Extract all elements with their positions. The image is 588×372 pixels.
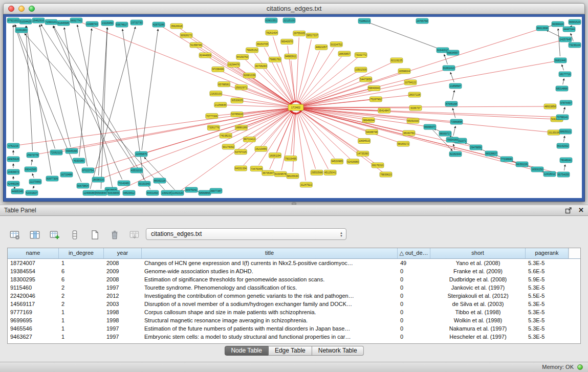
- table-cell[interactable]: 5.3E-5: [526, 316, 569, 324]
- graph-node[interactable]: 44621057: [315, 45, 328, 50]
- graph-node[interactable]: 81961413: [443, 65, 455, 71]
- table-cell[interactable]: Structural magnetic resonance image aver…: [142, 316, 398, 324]
- table-settings-icon[interactable]: [8, 228, 21, 242]
- graph-node[interactable]: 10694515: [358, 138, 371, 143]
- table-cell[interactable]: 1: [59, 316, 104, 324]
- table-cell[interactable]: 9699695: [8, 316, 59, 324]
- float-panel-icon[interactable]: [565, 207, 572, 214]
- graph-node[interactable]: 78048041: [560, 158, 572, 163]
- graph-node[interactable]: 42448296: [7, 181, 19, 186]
- table-cell[interactable]: 0: [398, 292, 430, 300]
- graph-node[interactable]: 73966898: [450, 119, 463, 124]
- graph-node[interactable]: 87921002: [7, 18, 19, 23]
- table-cell[interactable]: 0: [398, 300, 430, 308]
- graph-node[interactable]: 65091530: [407, 118, 419, 123]
- table-cell[interactable]: 6: [59, 267, 104, 275]
- graph-node[interactable]: 73476344: [250, 166, 263, 171]
- graph-node[interactable]: 45125041: [324, 170, 336, 175]
- table-row[interactable]: 911546021997Tourette syndrome. Phenomeno…: [8, 283, 580, 292]
- graph-node[interactable]: 86613696: [536, 26, 549, 31]
- table-cell[interactable]: 5.3E-5: [526, 324, 569, 333]
- table-cell[interactable]: 9777169: [8, 308, 59, 316]
- tab-node-table[interactable]: Node Table: [224, 346, 269, 356]
- graph-node[interactable]: 73236104: [569, 42, 581, 48]
- memory-status-indicator[interactable]: [577, 364, 583, 370]
- graph-node[interactable]: 64150763: [236, 54, 249, 59]
- graph-node[interactable]: 92681039: [243, 73, 255, 78]
- graph-node[interactable]: 40706293: [255, 63, 267, 69]
- graph-node[interactable]: 80142002: [557, 143, 569, 148]
- graph-node[interactable]: 73286213: [358, 18, 371, 24]
- graph-node[interactable]: 33391883: [15, 28, 28, 33]
- table-row[interactable]: 946554611997Estimation of the future num…: [8, 324, 580, 333]
- graph-node[interactable]: 96940970: [281, 39, 293, 44]
- graph-node[interactable]: 66528837: [485, 151, 497, 156]
- column-header-year[interactable]: year: [104, 248, 142, 258]
- hub-node[interactable]: 172402: [288, 104, 303, 111]
- graph-node[interactable]: 16081194: [269, 153, 281, 158]
- table-cell[interactable]: 19384554: [8, 267, 59, 275]
- graph-node[interactable]: 63901551: [265, 18, 277, 23]
- graph-node[interactable]: 82444669: [199, 53, 211, 58]
- graph-node[interactable]: 31247922: [300, 182, 312, 187]
- table-cell[interactable]: Stergiakouli et al. (2012): [430, 292, 526, 300]
- graph-node[interactable]: 18880289: [235, 125, 247, 130]
- graph-node[interactable]: 75287962: [369, 97, 382, 102]
- table-cell[interactable]: 5.9E-5: [526, 275, 569, 283]
- graph-node[interactable]: 44529412: [123, 190, 135, 195]
- table-cell[interactable]: 1998: [104, 308, 142, 316]
- graph-node[interactable]: 21858587: [449, 83, 462, 89]
- graph-node[interactable]: 52001827: [26, 190, 38, 195]
- close-window-button[interactable]: [8, 6, 14, 12]
- graph-node[interactable]: 86581524: [569, 19, 581, 25]
- graph-node[interactable]: 39150705: [256, 41, 269, 47]
- graph-node[interactable]: 94088748: [365, 129, 378, 135]
- table-cell[interactable]: 2009: [104, 267, 142, 275]
- graph-node[interactable]: 49945366: [66, 148, 78, 154]
- minimize-window-button[interactable]: [18, 6, 25, 12]
- table-cell[interactable]: Jankovic et al. (1997): [430, 283, 526, 292]
- graph-node[interactable]: 25002971: [235, 85, 247, 90]
- table-cell[interactable]: 22420046: [8, 292, 59, 300]
- graph-node[interactable]: 12418012: [543, 171, 556, 177]
- graph-node[interactable]: 90928172: [180, 33, 192, 38]
- graph-node[interactable]: 48933858: [544, 104, 556, 109]
- graph-node[interactable]: 98105630: [287, 173, 299, 179]
- column-header-title[interactable]: title: [142, 248, 398, 258]
- table-cell[interactable]: 2: [59, 292, 104, 300]
- graph-node[interactable]: 88382116: [154, 178, 166, 183]
- table-cell[interactable]: 0: [398, 275, 430, 283]
- graph-node[interactable]: 29478856: [470, 145, 482, 150]
- graph-node[interactable]: 70777306: [206, 114, 218, 119]
- table-cell[interactable]: Estimation of the future numbers of pati…: [142, 324, 398, 333]
- tab-network-table[interactable]: Network Table: [312, 346, 364, 356]
- table-cell[interactable]: 2003: [104, 300, 142, 308]
- graph-node[interactable]: 68314868: [556, 86, 568, 91]
- table-row[interactable]: 1830029562008Estimation of significance …: [8, 275, 580, 283]
- graph-node[interactable]: 58169172: [397, 141, 409, 146]
- graph-node[interactable]: 77338680: [500, 157, 513, 162]
- graph-node[interactable]: 68605021: [559, 129, 572, 134]
- graph-node[interactable]: 83674617: [116, 22, 128, 27]
- graph-node[interactable]: 28098316: [92, 177, 104, 182]
- table-cell[interactable]: Tourette syndrome. Phenomenology and cla…: [142, 283, 398, 292]
- table-cell[interactable]: Estimation of significance thresholds fo…: [142, 275, 398, 283]
- table-cell[interactable]: 5.3E-5: [526, 308, 569, 316]
- graph-node[interactable]: 30530635: [231, 98, 243, 103]
- graph-node[interactable]: 53785608: [231, 112, 243, 117]
- graph-node[interactable]: 22055875: [135, 151, 147, 157]
- table-cell[interactable]: 9465546: [8, 324, 59, 333]
- table-scroll-lane[interactable]: [569, 248, 580, 258]
- table-cell[interactable]: Changes of HCN gene expression and I(f) …: [142, 259, 398, 267]
- table-cell[interactable]: 5.5E-5: [526, 292, 569, 300]
- table-cell[interactable]: Corpus callosum shape and size in male p…: [142, 308, 398, 316]
- table-cell[interactable]: 1: [59, 259, 104, 267]
- graph-node[interactable]: 36735347: [262, 170, 274, 176]
- zoom-window-button[interactable]: [29, 6, 35, 12]
- column-header-in-degree[interactable]: in_degree: [59, 248, 104, 258]
- table-cell[interactable]: 0: [398, 308, 430, 316]
- graph-node[interactable]: 96384424: [552, 21, 564, 27]
- graph-node[interactable]: 16733488: [60, 172, 73, 177]
- graph-node[interactable]: 14409673: [7, 169, 19, 174]
- column-header-pagerank[interactable]: pagerank: [526, 248, 569, 258]
